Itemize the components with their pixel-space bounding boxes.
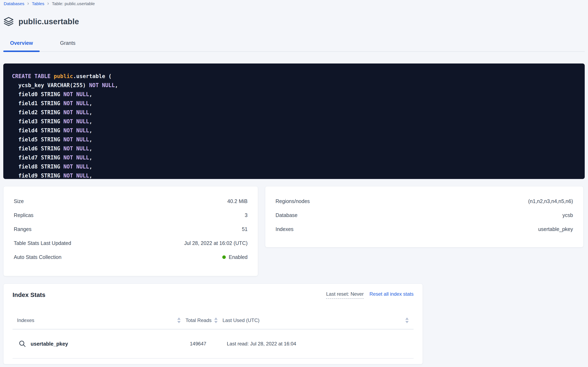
table-stat-row: Size40.2 MiB	[14, 194, 248, 208]
index-name[interactable]: usertable_pkey	[31, 341, 68, 347]
sql-token: CREATE TABLE	[12, 73, 54, 79]
index-stats-table: IndexesTotal ReadsLast Used (UTC) userta…	[13, 312, 414, 359]
sql-token: ,	[89, 109, 92, 116]
table-meta-row: Indexesusertable_pkey	[275, 222, 573, 236]
table-meta-value: ycsb	[563, 212, 573, 218]
sql-token: field3 STRING	[12, 118, 63, 125]
sort-icon[interactable]	[214, 317, 218, 323]
sql-token: ,	[89, 155, 92, 161]
column-header-indexes[interactable]: Indexes	[13, 312, 185, 329]
sql-token: NOT NULL	[63, 118, 89, 125]
total-reads-cell: 149647	[185, 341, 223, 347]
chevron-right-icon: ›	[47, 1, 49, 6]
table-meta-value-text: usertable_pkey	[538, 226, 573, 232]
table-stat-value: 40.2 MiB	[227, 198, 248, 204]
table-meta-label: Indexes	[275, 226, 294, 232]
table-stat-row: Table Stats Last UpdatedJul 28, 2022 at …	[14, 236, 248, 250]
sql-line: field3 STRING NOT NULL,	[12, 117, 579, 126]
sql-token: field1 STRING	[12, 100, 63, 107]
table-meta-card: Regions/nodes(n1,n2,n3,n4,n5,n6)Database…	[265, 186, 583, 247]
sql-token: NOT NULL	[89, 82, 115, 88]
table-stat-value: Enabled	[222, 254, 248, 260]
table-stat-value: 51	[242, 226, 248, 232]
tab-bar: Overview Grants	[3, 34, 585, 52]
sql-token: NOT NULL	[63, 127, 89, 133]
sql-token: ,	[115, 82, 118, 88]
sql-line: field0 STRING NOT NULL,	[12, 90, 579, 99]
chevron-right-icon: ›	[27, 1, 29, 6]
table-stat-row: Auto Stats CollectionEnabled	[14, 250, 248, 264]
sql-token: ,	[89, 136, 92, 143]
status-dot-green-icon	[222, 255, 226, 259]
sql-token: NOT NULL	[63, 164, 89, 170]
column-header-last-used-utc[interactable]: Last Used (UTC)	[223, 312, 414, 329]
table-details-page: Databases › Tables › Table: public.usert…	[0, 0, 588, 367]
table-stat-value-text: 3	[245, 212, 248, 218]
table-meta-value: usertable_pkey	[538, 226, 573, 232]
breadcrumb-link-databases[interactable]: Databases	[4, 1, 24, 6]
table-stat-label: Auto Stats Collection	[14, 254, 61, 260]
index-name-cell[interactable]: usertable_pkey	[13, 340, 185, 348]
sort-icon[interactable]	[177, 317, 181, 323]
table-stat-label: Table Stats Last Updated	[14, 240, 71, 246]
page-title: public.usertable	[18, 17, 79, 26]
table-stats-card: Size40.2 MiBReplicas3Ranges51Table Stats…	[3, 186, 258, 276]
table-meta-value-text: ycsb	[563, 212, 573, 218]
sql-line: field6 STRING NOT NULL,	[12, 144, 579, 153]
sql-token: ,	[89, 173, 92, 179]
sql-token: public	[54, 73, 73, 79]
table-stat-value-text: Enabled	[229, 254, 248, 260]
sql-token: ,	[89, 118, 92, 125]
sql-line: field5 STRING NOT NULL,	[12, 135, 579, 144]
sql-line: ycsb_key VARCHAR(255) NOT NULL,	[12, 81, 579, 90]
sql-token: field0 STRING	[12, 91, 63, 97]
index-stats-title: Index Stats	[13, 291, 45, 299]
sql-token: NOT NULL	[63, 109, 89, 116]
index-table-header-row: IndexesTotal ReadsLast Used (UTC)	[13, 312, 414, 329]
sql-line: field7 STRING NOT NULL,	[12, 153, 579, 162]
sql-token: field4 STRING	[12, 127, 63, 133]
index-table-row: usertable_pkey149647Last read: Jul 28, 2…	[13, 329, 414, 359]
page-header: public.usertable	[4, 17, 79, 26]
last-used-cell: Last read: Jul 28, 2022 at 16:04	[223, 341, 414, 347]
table-stat-value-text: 51	[242, 226, 248, 232]
table-stat-label: Replicas	[14, 212, 33, 218]
table-stat-label: Ranges	[14, 226, 32, 232]
search-icon	[19, 340, 26, 348]
sql-line: field8 STRING NOT NULL,	[12, 162, 579, 171]
table-stat-label: Size	[14, 198, 24, 204]
tab-overview[interactable]: Overview	[3, 34, 40, 51]
column-header-total-reads[interactable]: Total Reads	[185, 312, 223, 329]
sql-token: ycsb_key VARCHAR(255)	[12, 82, 89, 88]
table-stat-value-text: 40.2 MiB	[227, 198, 248, 204]
index-stats-card: Index Stats Last reset: Never Reset all …	[3, 284, 423, 364]
sql-token: field9 STRING	[12, 173, 63, 179]
sql-token: NOT NULL	[63, 136, 89, 143]
table-stat-value: Jul 28, 2022 at 16:02 (UTC)	[184, 240, 248, 246]
index-stats-header: Index Stats Last reset: Never Reset all …	[13, 291, 414, 299]
sql-line: field2 STRING NOT NULL,	[12, 108, 579, 117]
table-meta-row: Regions/nodes(n1,n2,n3,n4,n5,n6)	[275, 194, 573, 208]
sql-token: field2 STRING	[12, 109, 63, 116]
sql-token: field5 STRING	[12, 136, 63, 143]
tab-grants[interactable]: Grants	[53, 34, 82, 51]
sql-token: field6 STRING	[12, 145, 63, 152]
sql-line: field1 STRING NOT NULL,	[12, 99, 579, 108]
sort-icon[interactable]	[405, 317, 409, 323]
sql-token: NOT NULL	[63, 145, 89, 152]
sql-line: field9 STRING NOT NULL,	[12, 171, 579, 179]
table-stat-value-text: Jul 28, 2022 at 16:02 (UTC)	[184, 240, 248, 246]
create-table-statement[interactable]: CREATE TABLE public.usertable ( ycsb_key…	[3, 64, 585, 179]
sql-token: NOT NULL	[63, 173, 89, 179]
last-reset-label: Last reset: Never	[326, 291, 364, 299]
sql-token: ,	[89, 164, 92, 170]
sql-token: NOT NULL	[63, 91, 89, 97]
table-meta-label: Database	[275, 212, 298, 218]
table-meta-label: Regions/nodes	[275, 198, 310, 204]
sql-token: ,	[89, 100, 92, 107]
breadcrumb-link-tables[interactable]: Tables	[32, 1, 44, 6]
table-stat-row: Ranges51	[14, 222, 248, 236]
reset-all-index-stats-link[interactable]: Reset all index stats	[369, 291, 414, 297]
layers-icon	[4, 17, 14, 26]
sql-token: NOT NULL	[63, 155, 89, 161]
